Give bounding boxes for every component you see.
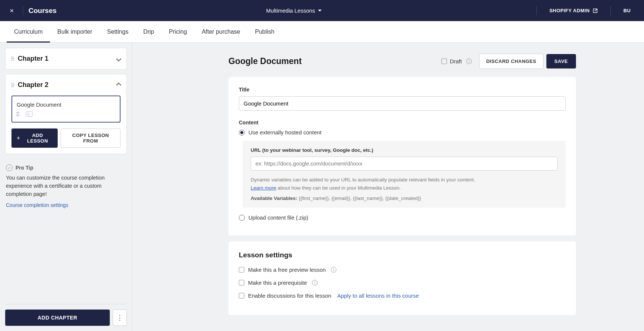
caret-down-icon xyxy=(318,10,322,11)
radio-button[interactable] xyxy=(239,130,245,136)
chapter-header[interactable]: Chapter 2 xyxy=(6,74,126,96)
close-button[interactable] xyxy=(6,7,18,14)
info-icon[interactable]: i xyxy=(331,267,336,273)
radio-button[interactable] xyxy=(239,215,245,221)
more-actions-button[interactable] xyxy=(113,310,127,326)
prerequisite-label: Make this a prerequisite xyxy=(248,280,307,286)
divider xyxy=(536,6,537,15)
external-link-icon xyxy=(593,8,598,13)
tip-icon: ✓ xyxy=(6,164,13,171)
course-name: Multimedia Lessons xyxy=(266,7,315,14)
chapter-title: Chapter 1 xyxy=(18,55,117,63)
free-preview-checkbox[interactable] xyxy=(239,267,244,273)
drag-handle-icon[interactable] xyxy=(17,112,19,116)
discussions-label: Enable discussions for this lesson xyxy=(248,292,331,299)
copy-lesson-button[interactable]: COPY LESSON FROM xyxy=(61,128,121,148)
url-input[interactable] xyxy=(251,157,557,171)
radio-external-hosted[interactable]: Use externally hosted content xyxy=(239,129,566,136)
url-help-text: Dynamic variables can be added to your U… xyxy=(251,176,557,192)
tab-drip[interactable]: Drip xyxy=(136,21,161,43)
learn-more-link[interactable]: Learn more xyxy=(251,185,276,191)
content-card: Title Content Use externally hosted cont… xyxy=(228,77,576,235)
content-label: Content xyxy=(239,120,566,126)
title-input[interactable] xyxy=(239,96,566,111)
plus-icon xyxy=(17,135,20,141)
main-content: Google Document Draft i DISCARD CHANGES … xyxy=(132,43,644,331)
radio-label: Use externally hosted content xyxy=(248,129,322,136)
shopify-admin-link[interactable]: SHOPIFY ADMIN xyxy=(542,8,605,13)
discussions-checkbox[interactable] xyxy=(239,293,244,298)
prerequisite-checkbox[interactable] xyxy=(239,280,244,285)
chapter-title: Chapter 2 xyxy=(18,81,117,89)
close-icon xyxy=(10,7,14,14)
drag-handle-icon[interactable] xyxy=(11,57,14,61)
more-vertical-icon xyxy=(116,314,123,322)
settings-title: Lesson settings xyxy=(239,251,566,259)
available-variables: Available Variables: {{first_name}}, {{e… xyxy=(251,195,557,201)
apply-all-link[interactable]: Apply to all lessons in this course xyxy=(337,292,419,299)
protip-label: Pro Tip xyxy=(16,165,33,171)
save-button[interactable]: SAVE xyxy=(546,54,576,68)
tab-bar: Curriculum Bulk importer Settings Drip P… xyxy=(0,21,644,43)
page-title: Google Document xyxy=(228,56,441,66)
drag-handle-icon[interactable] xyxy=(11,83,14,87)
tab-publish[interactable]: Publish xyxy=(248,21,282,43)
course-completion-link[interactable]: Course completion settings xyxy=(6,202,68,208)
lesson-title: Google Document xyxy=(17,101,115,108)
sidebar: Chapter 1 Chapter 2 Google Document ADD … xyxy=(0,43,132,331)
chevron-up-icon xyxy=(117,82,121,88)
chevron-down-icon xyxy=(117,56,121,62)
info-icon[interactable]: i xyxy=(312,280,318,285)
tab-settings[interactable]: Settings xyxy=(100,21,136,43)
url-label: URL (to your webinar tool, survey, Googl… xyxy=(251,147,557,153)
draft-checkbox[interactable] xyxy=(441,58,447,64)
protip-text: You can customize the course completion … xyxy=(6,174,126,198)
tab-bulk-importer[interactable]: Bulk importer xyxy=(50,21,99,43)
add-lesson-button[interactable]: ADD LESSON xyxy=(11,128,58,148)
tab-after-purchase[interactable]: After purchase xyxy=(194,21,248,43)
course-selector[interactable]: Multimedia Lessons xyxy=(57,7,531,14)
url-section: URL (to your webinar tool, survey, Googl… xyxy=(243,141,566,208)
discard-button[interactable]: DISCARD CHANGES xyxy=(479,54,543,69)
draft-label: Draft xyxy=(450,58,462,64)
divider xyxy=(610,6,611,15)
protip-section: ✓ Pro Tip You can customize the course c… xyxy=(5,158,127,212)
lesson-settings-card: Lesson settings Make this a free preview… xyxy=(228,241,576,315)
radio-label: Upload content file (.zip) xyxy=(248,214,308,221)
title-label: Title xyxy=(239,87,566,93)
chapter-card: Chapter 2 Google Document ADD LESSON COP… xyxy=(5,74,127,154)
tab-curriculum[interactable]: Curriculum xyxy=(7,21,50,43)
truncated-link[interactable]: BU xyxy=(616,8,638,13)
divider xyxy=(23,6,23,15)
multimedia-icon xyxy=(26,111,33,117)
lesson-item[interactable]: Google Document xyxy=(11,96,121,123)
chapter-card: Chapter 1 xyxy=(5,48,127,70)
radio-upload-zip[interactable]: Upload content file (.zip) xyxy=(239,214,566,221)
add-chapter-button[interactable]: ADD CHAPTER xyxy=(5,310,110,326)
app-title: Courses xyxy=(28,7,57,15)
free-preview-label: Make this a free preview lesson xyxy=(248,267,326,273)
chapter-header[interactable]: Chapter 1 xyxy=(6,48,126,69)
tab-pricing[interactable]: Pricing xyxy=(162,21,194,43)
info-icon[interactable]: i xyxy=(466,58,472,64)
